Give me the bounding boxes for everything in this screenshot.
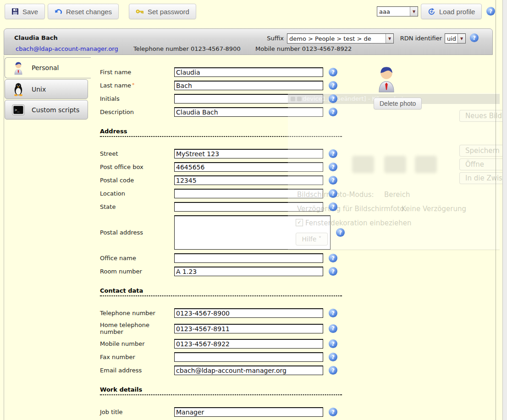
description-input[interactable] xyxy=(174,107,323,117)
help-icon[interactable]: ? xyxy=(329,366,337,375)
email-address-label: Email address xyxy=(100,367,174,374)
ghost-open-button: Öffne xyxy=(459,158,507,170)
first-name-input[interactable] xyxy=(174,67,323,77)
location-input[interactable] xyxy=(174,189,323,198)
tab-custom-scripts-label: Custom scripts xyxy=(32,106,79,114)
fax-number-label: Fax number xyxy=(100,354,174,360)
save-button[interactable]: Save xyxy=(5,4,45,19)
mobile-number-input[interactable] xyxy=(174,339,323,349)
help-icon[interactable]: ? xyxy=(329,408,337,416)
form-row: Fax number? xyxy=(100,352,343,362)
job-title-input[interactable] xyxy=(174,407,323,417)
personal-form: First name?Last name*?Initials?Descripti… xyxy=(100,67,343,420)
email-link[interactable]: cbach@ldap-account-manager.org xyxy=(16,45,118,52)
tab-unix-label: Unix xyxy=(32,86,46,93)
help-icon[interactable]: ? xyxy=(486,7,495,16)
ghost-save-button: Speichern xyxy=(459,145,507,157)
toolbar: Save Reset changes Set password aaa ▼ Lo… xyxy=(0,0,507,26)
select-arrow-icon: ▼ xyxy=(410,7,418,16)
help-icon[interactable]: ? xyxy=(329,254,337,262)
home-telephone-number-input[interactable] xyxy=(174,324,323,333)
header-telephone-value: 0123-4567-8900 xyxy=(191,45,241,52)
rdn-identifier-select[interactable]: uid ▼ xyxy=(445,33,466,44)
tab-personal[interactable]: Personal xyxy=(5,57,91,78)
tab-custom-scripts[interactable]: >_ Custom scripts xyxy=(5,100,88,120)
help-icon[interactable]: ? xyxy=(329,309,337,317)
post-office-box-input[interactable] xyxy=(174,162,323,172)
form-row: Postal address? xyxy=(100,215,343,250)
reset-changes-label: Reset changes xyxy=(66,8,112,16)
ghost-thumbnail xyxy=(384,156,406,173)
load-profile-button[interactable]: Load profile xyxy=(421,4,482,19)
help-icon[interactable]: ? xyxy=(329,324,337,333)
profile-select[interactable]: aaa ▼ xyxy=(377,6,418,16)
room-number-label: Room number xyxy=(100,268,174,275)
help-icon[interactable]: ? xyxy=(329,267,337,276)
suffix-select[interactable]: demo > People > test > de ▼ xyxy=(287,33,394,44)
select-arrow-icon: ▼ xyxy=(386,34,393,43)
save-label: Save xyxy=(22,8,38,16)
help-icon[interactable]: ? xyxy=(329,68,337,76)
select-arrow-icon: ▼ xyxy=(457,34,465,43)
delete-photo-button[interactable]: Delete photo xyxy=(374,98,422,109)
form-row: Room number? xyxy=(100,267,343,276)
job-title-label: Job title xyxy=(100,409,174,415)
description-label: Description xyxy=(100,109,174,115)
email-address-input[interactable] xyxy=(174,365,323,375)
account-header: Claudia Bach Suffix demo > People > test… xyxy=(4,28,493,55)
initials-label: Initials xyxy=(100,95,174,102)
load-profile-label: Load profile xyxy=(439,8,475,16)
help-icon[interactable]: ? xyxy=(329,339,337,348)
help-icon[interactable]: ? xyxy=(336,228,345,237)
rdn-select-value: uid xyxy=(445,35,457,42)
tab-personal-label: Personal xyxy=(32,64,59,71)
set-password-button[interactable]: Set password xyxy=(129,4,196,19)
form-row: State? xyxy=(100,202,343,212)
form-row: Description? xyxy=(100,107,343,117)
section-header-address: Address xyxy=(100,128,342,137)
ghost-window-right-edge xyxy=(496,0,496,420)
help-icon[interactable]: ? xyxy=(329,108,337,116)
help-icon[interactable]: ? xyxy=(329,176,337,185)
profile-select-value: aaa xyxy=(377,8,410,15)
help-icon[interactable]: ? xyxy=(329,163,337,171)
tux-penguin-icon xyxy=(11,82,25,96)
office-name-label: Office name xyxy=(100,255,174,262)
help-icon[interactable]: ? xyxy=(329,202,337,211)
last-name-input[interactable] xyxy=(174,81,323,90)
state-label: State xyxy=(100,203,174,210)
header-telephone-label: Telephone number xyxy=(133,45,189,52)
scrollbar-track xyxy=(502,0,507,420)
room-number-input[interactable] xyxy=(174,267,323,276)
help-icon[interactable]: ? xyxy=(329,189,337,198)
ghost-new-image-button: Neues Bild xyxy=(459,110,507,122)
initials-input[interactable] xyxy=(174,94,323,104)
form-row: Home telephone number? xyxy=(100,322,343,335)
form-row: Telephone number? xyxy=(100,308,343,318)
account-name: Claudia Bach xyxy=(14,34,58,41)
help-icon[interactable]: ? xyxy=(470,33,479,42)
fax-number-input[interactable] xyxy=(174,352,323,362)
help-icon[interactable]: ? xyxy=(329,81,337,90)
street-input[interactable] xyxy=(174,149,323,158)
postal-code-label: Postal code xyxy=(100,177,174,184)
reset-changes-button[interactable]: Reset changes xyxy=(48,4,119,19)
form-row: Email address? xyxy=(100,365,343,375)
key-icon xyxy=(136,9,144,14)
help-icon[interactable]: ? xyxy=(329,353,337,361)
ghost-delay-value: Keine Verzögerung xyxy=(402,205,466,213)
form-row: Mobile number? xyxy=(100,339,343,349)
tab-unix[interactable]: Unix xyxy=(5,79,88,99)
ghost-thumbnail xyxy=(415,156,437,173)
help-icon[interactable]: ? xyxy=(329,149,337,158)
postal-address-label: Postal address xyxy=(100,229,174,236)
help-icon[interactable]: ? xyxy=(329,94,337,103)
postal-code-input[interactable] xyxy=(174,175,323,185)
telephone-number-input[interactable] xyxy=(174,308,323,318)
state-input[interactable] xyxy=(174,202,323,212)
mobile-number-label: Mobile number xyxy=(100,340,174,347)
contact-fields: Telephone number?Home telephone number?M… xyxy=(100,308,343,375)
postal-address-input[interactable] xyxy=(174,215,331,250)
office-name-input[interactable] xyxy=(174,253,323,263)
first-name-label: First name xyxy=(100,69,174,76)
